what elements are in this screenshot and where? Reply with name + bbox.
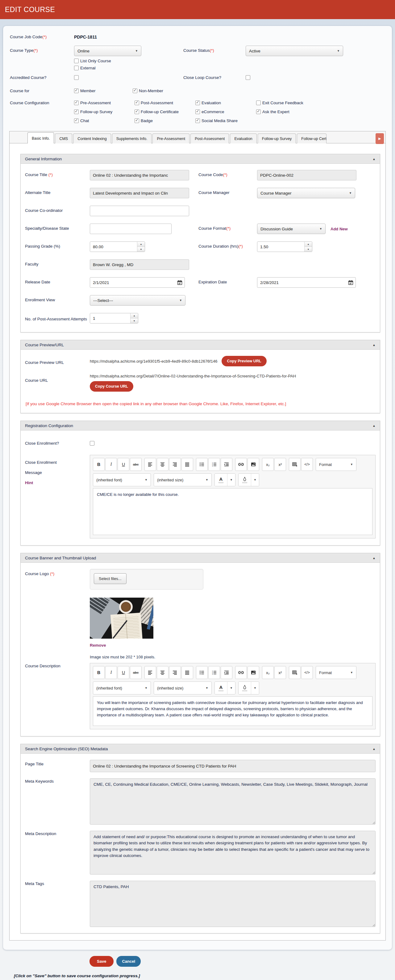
italic-button[interactable]: I bbox=[105, 458, 117, 471]
external-option[interactable]: External bbox=[74, 66, 96, 70]
align-justify-button[interactable] bbox=[182, 666, 193, 679]
indent-button[interactable] bbox=[221, 666, 233, 679]
select-files-button[interactable]: Select files... bbox=[94, 573, 126, 584]
font-color-caret[interactable]: ▼ bbox=[227, 474, 235, 486]
link-button[interactable] bbox=[235, 666, 247, 679]
indent-button[interactable] bbox=[221, 458, 233, 471]
font-family-select[interactable]: (inherited font)▼ bbox=[93, 681, 151, 694]
seo-metadata-header[interactable]: Search Engine Optimization (SEO) Metadat… bbox=[21, 744, 380, 754]
bold-button[interactable]: B bbox=[93, 666, 105, 679]
remove-logo-link[interactable]: Remove bbox=[90, 643, 106, 648]
passing-grade-input[interactable] bbox=[90, 242, 137, 251]
spin-down-button[interactable]: ▼ bbox=[137, 247, 145, 252]
font-size-select[interactable]: (inherited size)▼ bbox=[154, 681, 212, 694]
align-center-button[interactable] bbox=[157, 458, 169, 471]
font-color-caret[interactable]: ▼ bbox=[227, 682, 235, 694]
course-preview-url-header[interactable]: Course Preview/URL ▲ bbox=[21, 340, 380, 350]
course-title-input[interactable] bbox=[90, 170, 189, 180]
ecommerce-checkbox[interactable] bbox=[195, 110, 200, 114]
superscript-button[interactable]: x² bbox=[274, 458, 286, 471]
course-banner-header[interactable]: Course Banner and Thumbnail Upload ▲ bbox=[21, 553, 380, 563]
meta-tags-textarea[interactable]: CTD Patients, PAH bbox=[90, 881, 376, 927]
save-button[interactable]: Save bbox=[89, 956, 113, 967]
collapse-icon[interactable]: ▲ bbox=[373, 157, 376, 161]
external-checkbox[interactable] bbox=[74, 66, 79, 70]
subscript-button[interactable]: x₂ bbox=[262, 458, 274, 471]
source-code-button[interactable]: </> bbox=[301, 458, 313, 471]
image-button[interactable] bbox=[247, 666, 259, 679]
list-only-checkbox[interactable] bbox=[74, 59, 79, 63]
ask-expert-checkbox[interactable] bbox=[256, 110, 261, 114]
tab-content-indexing[interactable]: Content Indexing bbox=[73, 134, 111, 143]
bullet-list-button[interactable] bbox=[196, 666, 208, 679]
align-right-button[interactable] bbox=[169, 666, 181, 679]
insert-table-button[interactable] bbox=[289, 458, 301, 471]
course-status-select[interactable]: Active ▼ bbox=[246, 46, 343, 56]
collapse-icon[interactable]: ▲ bbox=[373, 556, 376, 560]
align-right-button[interactable] bbox=[169, 458, 181, 471]
add-new-format-link[interactable]: Add New bbox=[331, 224, 348, 234]
align-left-button[interactable] bbox=[145, 458, 156, 471]
list-only-course-option[interactable]: List Only Course bbox=[74, 59, 111, 63]
hint-link[interactable]: Hint bbox=[25, 480, 33, 485]
collapse-icon[interactable]: ▲ bbox=[373, 424, 376, 427]
font-color-button[interactable]: A bbox=[215, 474, 227, 486]
tab-cms[interactable]: CMS bbox=[55, 134, 72, 143]
non-member-checkbox[interactable] bbox=[133, 89, 137, 93]
italic-button[interactable]: I bbox=[105, 666, 117, 679]
chat-checkbox[interactable] bbox=[74, 118, 79, 123]
exit-feedback-checkbox[interactable] bbox=[256, 100, 261, 105]
accredited-checkbox[interactable] bbox=[74, 75, 79, 80]
close-enrollment-checkbox[interactable] bbox=[90, 441, 94, 445]
underline-button[interactable]: U bbox=[118, 666, 129, 679]
config-option[interactable]: Social Media Share bbox=[195, 118, 256, 123]
meta-keywords-textarea[interactable]: CME, CE, Continuing Medical Education, C… bbox=[90, 778, 376, 824]
spin-up-button[interactable]: ▲ bbox=[137, 242, 145, 247]
config-option[interactable]: Badge bbox=[135, 118, 195, 123]
copy-preview-url-button[interactable]: Copy Preview URL bbox=[221, 356, 266, 366]
release-date-input[interactable] bbox=[90, 278, 175, 287]
subscript-button[interactable]: x₂ bbox=[262, 666, 274, 679]
numbered-list-button[interactable]: 123 bbox=[208, 666, 220, 679]
non-member-option[interactable]: Non-Member bbox=[133, 89, 163, 93]
social-share-checkbox[interactable] bbox=[195, 118, 200, 123]
config-option[interactable]: Ask the Expert bbox=[256, 110, 303, 114]
collapse-icon[interactable]: ▲ bbox=[373, 747, 376, 751]
specialty-input[interactable] bbox=[90, 224, 172, 234]
align-center-button[interactable] bbox=[157, 666, 169, 679]
attempts-input[interactable] bbox=[90, 313, 130, 323]
spin-down-button[interactable]: ▼ bbox=[304, 247, 312, 252]
format-select[interactable]: Format▼ bbox=[316, 458, 357, 471]
course-description-content[interactable]: You will learn the importance of screeni… bbox=[93, 696, 373, 726]
underline-button[interactable]: U bbox=[118, 458, 129, 471]
logo-upload-dropzone[interactable]: Select files... bbox=[90, 569, 203, 590]
font-size-select[interactable]: (inherited size)▼ bbox=[154, 473, 212, 486]
strikethrough-button[interactable]: abc bbox=[130, 666, 142, 679]
format-select[interactable]: Format▼ bbox=[316, 666, 357, 679]
spin-up-button[interactable]: ▲ bbox=[131, 313, 138, 318]
image-button[interactable] bbox=[247, 458, 259, 471]
config-option[interactable]: Pre-Assessment bbox=[74, 100, 135, 105]
config-option[interactable]: eCommerce bbox=[195, 110, 256, 114]
course-format-select[interactable]: Discussion Guide ▼ bbox=[257, 224, 326, 234]
followup-certificate-checkbox[interactable] bbox=[135, 110, 139, 114]
spin-up-button[interactable]: ▲ bbox=[304, 242, 312, 247]
tab-followup-certificate[interactable]: Follow-up Certificate bbox=[297, 134, 327, 143]
evaluation-checkbox[interactable] bbox=[195, 100, 200, 105]
course-coordinator-input[interactable] bbox=[90, 206, 189, 216]
bold-button[interactable]: B bbox=[93, 458, 105, 471]
font-family-select[interactable]: (inherited font)▼ bbox=[93, 473, 151, 486]
tab-scroll-right-button[interactable]: ▶ bbox=[376, 133, 384, 144]
align-justify-button[interactable] bbox=[182, 458, 193, 471]
member-checkbox[interactable] bbox=[74, 89, 79, 93]
course-manager-select[interactable]: Course Manager ▼ bbox=[257, 188, 355, 198]
badge-checkbox[interactable] bbox=[135, 118, 139, 123]
tab-basic-info[interactable]: Basic Info. bbox=[27, 132, 54, 143]
close-enrollment-message-content[interactable]: CME/CE is no longer available for this c… bbox=[93, 488, 373, 535]
superscript-button[interactable]: x² bbox=[274, 666, 286, 679]
source-code-button[interactable]: </> bbox=[301, 666, 313, 679]
background-color-caret[interactable]: ▼ bbox=[251, 682, 259, 694]
config-option[interactable]: Follow-up Survey bbox=[74, 110, 135, 114]
copy-course-url-button[interactable]: Copy Course URL bbox=[90, 381, 133, 391]
calendar-icon[interactable] bbox=[175, 278, 185, 287]
